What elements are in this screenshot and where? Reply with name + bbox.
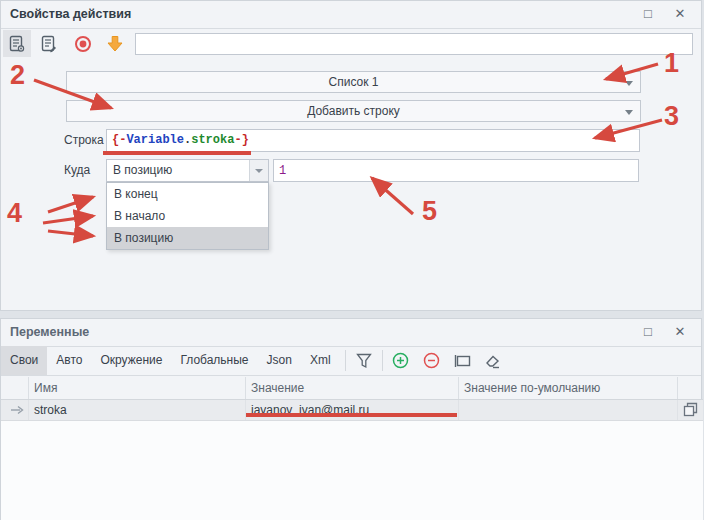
operation-selector-value: Добавить строку (307, 104, 400, 118)
list-selector[interactable]: Список 1 (66, 71, 641, 93)
column-header-name[interactable]: Имя (29, 377, 246, 399)
row-indicator-header (1, 377, 29, 399)
record-icon (74, 35, 92, 53)
list-selector-value: Список 1 (329, 75, 379, 89)
variables-tabs: Свои Авто Окружение Глобальные Json Xml (1, 346, 701, 376)
tab-json[interactable]: Json (258, 346, 301, 375)
tab-okruzhenie[interactable]: Окружение (91, 346, 171, 375)
annotation-number-4: 4 (7, 200, 22, 227)
stroka-value-input[interactable]: {-Variable.stroka-} (106, 129, 640, 152)
stroka-underline-annotation (103, 151, 251, 155)
eraser-icon (484, 353, 502, 369)
current-row-indicator (1, 400, 29, 420)
stroka-open-brace: {- (112, 133, 126, 147)
clear-button[interactable] (480, 346, 506, 375)
value-underline-annotation (246, 413, 457, 417)
tab-xml[interactable]: Xml (301, 346, 340, 375)
stroka-object: Variable (126, 133, 184, 147)
filter-button[interactable] (351, 346, 377, 375)
add-variable-button[interactable] (388, 346, 414, 375)
column-header-value[interactable]: Значение (246, 377, 459, 399)
copy-icon (683, 402, 698, 417)
kuda-label: Куда (64, 163, 90, 177)
document-gear-icon (8, 35, 26, 53)
kuda-option-konec[interactable]: В конец (107, 183, 268, 205)
action-name-input[interactable] (135, 33, 693, 55)
chevron-down-icon (255, 169, 263, 173)
action-properties-panel: Свойства действия □ ✕ (0, 0, 702, 311)
annotation-number-1: 1 (664, 50, 679, 77)
close-icon[interactable]: ✕ (667, 322, 693, 342)
kuda-selector[interactable]: В позицию (106, 159, 269, 182)
properties-titlebar: Свойства действия □ ✕ (1, 1, 701, 29)
variables-titlebar: Переменные □ ✕ (1, 319, 701, 347)
annotation-number-2: 2 (10, 62, 25, 89)
chevron-down-icon (625, 81, 633, 86)
document-pencil-icon (40, 35, 58, 53)
stroka-label: Строка (64, 133, 104, 147)
minus-circle-icon (423, 352, 440, 369)
kuda-dropdown-button[interactable] (249, 160, 268, 181)
column-header-spacer (678, 377, 703, 399)
copy-value-button[interactable] (678, 400, 703, 420)
frame-button[interactable] (450, 346, 476, 375)
maximize-icon[interactable]: □ (635, 4, 661, 24)
kuda-option-poziciyu[interactable]: В позицию (107, 227, 268, 249)
action-edit-button[interactable] (35, 30, 63, 57)
frame-icon (454, 353, 472, 369)
variables-panel-title: Переменные (10, 325, 89, 339)
variable-name-cell[interactable]: stroka (29, 400, 246, 420)
remove-variable-button[interactable] (419, 346, 445, 375)
operation-selector[interactable]: Добавить строку (66, 100, 641, 122)
plus-circle-icon (392, 352, 409, 369)
action-settings-button[interactable] (3, 30, 31, 57)
properties-panel-title: Свойства действия (10, 7, 131, 21)
filter-icon (356, 353, 372, 369)
kuda-option-nachalo[interactable]: В начало (107, 205, 268, 227)
down-arrow-icon (106, 35, 124, 53)
variables-table: Имя Значение Значение по-умолчанию strok… (1, 377, 703, 520)
right-arrow-icon (10, 405, 24, 415)
column-header-default[interactable]: Значение по-умолчанию (459, 377, 678, 399)
tab-globalnye[interactable]: Глобальные (171, 346, 257, 375)
table-header-row: Имя Значение Значение по-умолчанию (1, 377, 703, 400)
properties-toolbar (1, 29, 701, 59)
tab-svoi[interactable]: Свои (1, 346, 47, 375)
annotation-number-3: 3 (664, 103, 679, 130)
annotation-number-5: 5 (422, 198, 437, 225)
chevron-down-icon (625, 110, 633, 115)
stroka-property: stroka (191, 133, 234, 147)
maximize-icon[interactable]: □ (635, 322, 661, 342)
kuda-dropdown-list: В конец В начало В позицию (106, 182, 269, 250)
table-row[interactable]: stroka iavanov_ivan@mail.ru (1, 400, 703, 421)
kuda-selector-value: В позицию (113, 163, 172, 177)
record-button[interactable] (69, 30, 97, 57)
separator (345, 350, 346, 371)
separator (382, 350, 383, 371)
download-action-button[interactable] (101, 30, 129, 57)
variable-default-cell[interactable] (459, 400, 678, 420)
position-input[interactable] (273, 159, 639, 182)
variable-value-cell[interactable]: iavanov_ivan@mail.ru (246, 400, 459, 420)
stroka-close-brace: -} (234, 133, 248, 147)
tab-avto[interactable]: Авто (47, 346, 91, 375)
variables-panel: Переменные □ ✕ Свои Авто Окружение Глоба… (0, 318, 702, 520)
close-icon[interactable]: ✕ (667, 4, 693, 24)
table-empty-area (1, 421, 703, 520)
